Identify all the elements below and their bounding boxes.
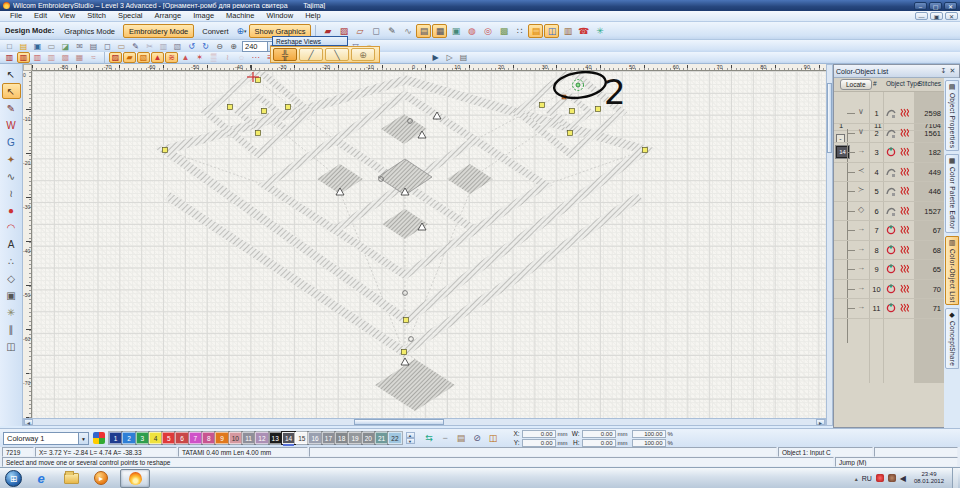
new-design-icon[interactable]: □ [3,41,16,52]
object-row[interactable]: ∨ 2 1561 [834,124,945,144]
color-swatch[interactable]: 21 [375,432,388,444]
color-swatch[interactable]: 5 [162,432,175,444]
show-desktop-button[interactable] [952,468,958,488]
wave-fill-icon[interactable]: ≈ [87,52,100,63]
object-row[interactable]: → 9 65 [834,260,945,280]
monogram-tool[interactable]: G [2,134,21,150]
pin-icon[interactable]: ↧ [939,67,948,75]
tab-conceptshare[interactable]: ◆ ConceptShare [945,308,959,369]
digitize-pen-icon[interactable]: ✎ [384,24,399,38]
scroll-left-icon[interactable]: ◄ [24,419,33,425]
lettering-w-tool[interactable]: W [2,117,21,133]
fancy-fill-icon[interactable]: ▲ [151,52,164,63]
sculpture-run-icon[interactable]: ≀ [221,52,234,63]
wilcom-taskbar-button[interactable] [120,469,150,488]
reshape-tool[interactable]: ↖ [2,83,21,99]
undo-icon[interactable]: ↺ [185,41,198,52]
ellipse-tool[interactable]: ● [2,202,21,218]
reshape-views-button[interactable]: ╬ [273,48,297,61]
media-player-icon[interactable]: ▸ [90,470,112,487]
diamond-motif-tool[interactable]: ◇ [2,270,21,286]
remove-color-icon[interactable]: − [439,432,452,445]
column-fill-icon[interactable]: ▥ [45,52,58,63]
grid-fill-icon[interactable]: ▦ [73,52,86,63]
flexi-split-icon[interactable]: ▩ [59,52,72,63]
object-row[interactable]: → 7 67 [834,221,945,241]
object-row[interactable]: ≺ 4 449 [834,163,945,183]
print-icon[interactable]: ▤ [87,41,100,52]
x-field[interactable]: 0.00 [522,430,556,438]
color-swatch[interactable]: 22 [388,432,401,444]
redo-icon[interactable]: ↻ [199,41,212,52]
design-canvas[interactable]: 2 [32,71,826,418]
internet-explorer-icon[interactable]: e [30,470,52,487]
cycle-colors-icon[interactable]: ⇆ [423,432,436,445]
object-row[interactable]: ≻ 5 446 [834,182,945,202]
security-tray-icon[interactable] [888,474,896,482]
embroidery-mode-button[interactable]: Embroidery Mode [123,24,194,38]
menu-item[interactable]: Special [112,11,149,21]
stitch-points-icon[interactable]: ∷ [512,24,527,38]
satin-zigzag-icon[interactable]: ▥ [17,52,30,63]
arch-tool[interactable]: ◠ [2,219,21,235]
select-tool[interactable]: ↖ [2,66,21,82]
florentine-tool[interactable]: ✳ [2,304,21,320]
contour-fill-icon[interactable]: ≋ [165,52,178,63]
print-preview-icon[interactable]: ◻ [101,41,114,52]
zoom-out-icon[interactable]: ⊖ [213,41,226,52]
update-tray-icon[interactable] [876,474,884,482]
fabric-selector-icon[interactable]: ◫ [487,432,500,445]
parallel-hatch-tool[interactable]: ∥ [2,321,21,337]
hoop-template-icon[interactable]: ◎ [480,24,495,38]
buttonhole-tool[interactable]: ∴ [2,253,21,269]
reshape-line-a-button[interactable]: ╱ [299,48,323,61]
mdi-close-button[interactable]: ✕ [945,12,958,20]
color-swatch[interactable]: 14 [282,432,295,444]
object-outline-icon[interactable]: ◻ [368,24,383,38]
insert-design-icon[interactable]: ◪ [59,41,72,52]
w-pct-field[interactable]: 100.00 [632,430,666,438]
background-fabric-icon[interactable]: ▩ [496,24,511,38]
color-swatch[interactable]: 10 [229,432,242,444]
flower-motif-icon[interactable]: ✳ [592,24,607,38]
maze-motif-tool[interactable]: ▣ [2,287,21,303]
color-swatch[interactable]: 8 [202,432,215,444]
color-swatch[interactable]: 20 [362,432,375,444]
zoom-factor-value[interactable]: 240 [242,41,268,52]
start-button[interactable]: ⊞ [5,470,22,487]
cross-stitch-icon[interactable]: ✶ [193,52,206,63]
outline-stitch-icon[interactable]: ▱ [352,24,367,38]
vscroll-thumb[interactable] [827,83,832,153]
zoom-box-button[interactable]: ⊕ [351,48,375,61]
overview-window-icon[interactable]: ◫ [544,24,559,38]
object-row[interactable]: → 8 68 [834,241,945,261]
hoop-globe-button[interactable]: ⊕▾ [237,26,247,36]
volume-icon[interactable]: ◀ [900,474,906,483]
panel-close-icon[interactable]: ✕ [948,67,957,75]
tab-color-object-list[interactable]: ▥ Color-Object List [945,236,959,306]
mdi-minimize-button[interactable]: — [915,12,928,20]
satin-e-icon[interactable]: ▥ [31,52,44,63]
object-row[interactable]: → 10 70 [834,280,945,300]
copy-icon[interactable]: ▥ [157,41,170,52]
menu-item[interactable]: Machine [220,11,260,21]
color-swatch[interactable]: 11 [242,432,255,444]
w-field[interactable]: 0.00 [582,430,616,438]
send-to-machine-icon[interactable]: ☎ [576,24,591,38]
paste-icon[interactable]: ▧ [171,41,184,52]
vertical-scrollbar[interactable] [826,64,833,426]
open-curve-tool[interactable]: ∿ [2,168,21,184]
horizontal-scrollbar[interactable]: ◄ ► [23,418,826,426]
stitch-player-icon[interactable]: ▶ [429,52,442,63]
cut-icon[interactable]: ✂ [143,41,156,52]
tab-color-palette-editor[interactable]: ▦ Color Palette Editor [945,154,959,232]
design-thumbnails-icon[interactable]: ▥ [560,24,575,38]
h-pct-field[interactable]: 100.00 [632,439,666,447]
color-swatch[interactable]: 13 [269,432,282,444]
menu-item[interactable]: Arrange [149,11,188,21]
object-row[interactable]: → 3 182 [834,143,945,163]
maximize-button[interactable]: ▢ [929,2,942,10]
object-row[interactable]: ∨ 1 2598 [834,104,945,124]
hoop-icon[interactable]: ◍ [464,24,479,38]
menu-item[interactable]: Edit [28,11,53,21]
